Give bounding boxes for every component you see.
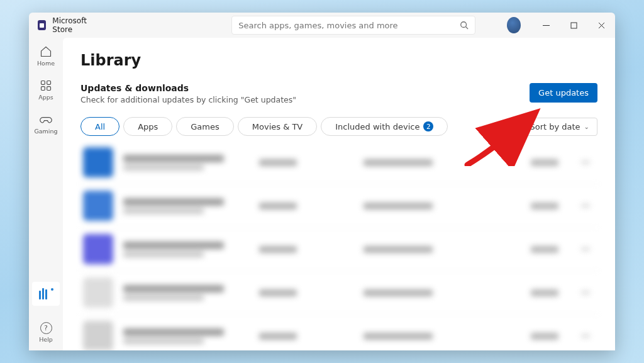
- app-title: Microsoft Store: [52, 16, 99, 34]
- filter-included-badge: 2: [423, 121, 433, 131]
- nav-home[interactable]: Home: [32, 42, 60, 70]
- list-item[interactable]: [80, 271, 597, 315]
- user-avatar[interactable]: [507, 17, 521, 33]
- filter-movies-label: Movies & TV: [252, 122, 303, 131]
- filter-included-label: Included with device: [335, 122, 419, 131]
- content-area: Library Updates & downloads Check for ad…: [63, 38, 615, 350]
- search-input[interactable]: Search apps, games, movies and more: [231, 16, 475, 35]
- list-item[interactable]: [80, 315, 597, 350]
- maximize-button[interactable]: [560, 13, 587, 38]
- list-item[interactable]: [80, 184, 597, 228]
- filter-games-label: Games: [191, 122, 219, 131]
- nav-apps[interactable]: Apps: [32, 75, 60, 104]
- window-body: Home Apps Gaming: [29, 38, 615, 350]
- close-button[interactable]: [587, 13, 615, 38]
- app-window: Microsoft Store Search apps, games, movi…: [29, 13, 615, 350]
- minimize-button[interactable]: [532, 13, 560, 38]
- list-item[interactable]: [80, 141, 597, 184]
- gaming-icon: [40, 113, 52, 126]
- filter-apps[interactable]: Apps: [123, 117, 172, 136]
- filter-pills: All Apps Games Movies & TV Included with…: [80, 117, 448, 136]
- svg-rect-9: [47, 87, 51, 91]
- filter-all[interactable]: All: [80, 117, 119, 136]
- sort-label: Sort by date: [530, 122, 580, 131]
- search-icon: [460, 21, 469, 30]
- help-icon: ?: [40, 322, 52, 334]
- svg-rect-7: [47, 81, 51, 85]
- svg-rect-3: [571, 23, 577, 28]
- filter-movies[interactable]: Movies & TV: [238, 117, 317, 136]
- svg-line-1: [466, 27, 468, 29]
- svg-rect-6: [42, 81, 45, 85]
- app-thumb: [83, 321, 113, 350]
- home-icon: [40, 45, 52, 58]
- sidebar-spacer: [32, 143, 60, 313]
- filter-games[interactable]: Games: [176, 117, 233, 136]
- nav-home-label: Home: [37, 60, 55, 67]
- svg-rect-8: [42, 87, 45, 91]
- nav-help-label: Help: [39, 336, 53, 343]
- updates-info: Updates & downloads Check for additional…: [80, 83, 296, 104]
- list-item[interactable]: [80, 228, 597, 271]
- app-icon: [38, 20, 46, 30]
- search-placeholder: Search apps, games, movies and more: [238, 21, 460, 30]
- sidebar: Home Apps Gaming: [29, 38, 63, 350]
- updates-section: Updates & downloads Check for additional…: [80, 83, 597, 104]
- library-list: [80, 141, 597, 350]
- updates-subtitle: Check for additional updates by clicking…: [80, 95, 296, 104]
- library-icon: [39, 288, 53, 299]
- nav-help[interactable]: ? Help: [32, 318, 60, 347]
- filter-included[interactable]: Included with device 2: [321, 117, 448, 136]
- filter-all-label: All: [95, 122, 105, 131]
- titlebar: Microsoft Store Search apps, games, movi…: [29, 13, 615, 38]
- chevron-down-icon: ⌄: [584, 123, 589, 130]
- filter-apps-label: Apps: [138, 122, 158, 131]
- app-thumb: [83, 147, 113, 177]
- nav-gaming[interactable]: Gaming: [32, 109, 60, 138]
- apps-icon: [40, 79, 52, 92]
- app-thumb: [83, 277, 113, 308]
- page-title: Library: [80, 52, 597, 69]
- filter-row: All Apps Games Movies & TV Included with…: [80, 117, 597, 136]
- app-thumb: [83, 234, 113, 264]
- nav-library[interactable]: [32, 282, 60, 306]
- window-controls: [532, 13, 615, 38]
- app-thumb: [83, 191, 113, 221]
- sort-button[interactable]: Sort by date ⌄: [521, 118, 597, 136]
- svg-point-0: [461, 22, 467, 28]
- updates-title: Updates & downloads: [80, 83, 296, 93]
- nav-gaming-label: Gaming: [34, 128, 57, 135]
- nav-apps-label: Apps: [38, 94, 53, 101]
- get-updates-button[interactable]: Get updates: [530, 83, 597, 103]
